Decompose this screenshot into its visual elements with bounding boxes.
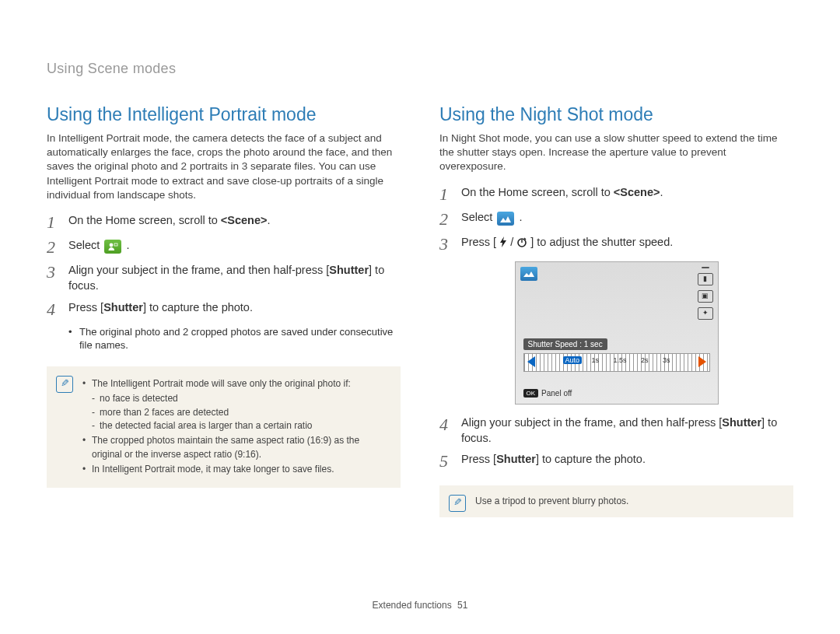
step-text: On the Home screen, scroll to	[68, 214, 221, 226]
left-step-2: 2 Select .	[47, 238, 401, 257]
step-number: 4	[439, 415, 461, 446]
flash-icon	[499, 236, 507, 252]
screen-mode-icon	[520, 267, 537, 281]
ruler-left-arrow-icon	[527, 356, 535, 367]
step-bold: <Scene>	[221, 214, 268, 226]
step-text: Align your subject in the frame, and the…	[68, 264, 329, 276]
battery-icon: ▮	[698, 273, 713, 285]
step-text: Press [	[461, 236, 496, 248]
camera-screen: ▮ ▣ ✦ Shutter Speed : 1 sec Auto 1s 1.5s…	[515, 261, 719, 405]
footer-page-number: 51	[457, 600, 467, 611]
step-number: 2	[439, 210, 461, 229]
step-number: 1	[439, 185, 461, 204]
stabilize-icon: ▣	[698, 290, 713, 303]
footer-section: Extended functions	[373, 600, 452, 611]
panel-off-label: OKPanel off	[523, 389, 572, 398]
step-bold: Shutter	[722, 416, 761, 429]
step-text: Select	[461, 211, 495, 223]
screen-status-icons: ▮ ▣ ✦	[698, 267, 713, 320]
right-heading: Using the Night Shot mode	[439, 104, 793, 125]
step-bold: <Scene>	[614, 186, 660, 198]
left-note-box: The Intelligent Portrait mode will save …	[47, 366, 401, 488]
step-text: Press [	[68, 301, 103, 313]
step-number: 3	[47, 263, 68, 293]
step-number: 3	[439, 235, 461, 254]
right-step-3: 3 Press [ / ] to adjust the shutter spee…	[439, 235, 793, 254]
step-number: 5	[439, 452, 461, 471]
ruler-val: 3s	[663, 356, 670, 364]
step-number: 4	[47, 300, 68, 319]
signal-bar-icon	[702, 267, 709, 268]
step-number: 2	[47, 238, 68, 257]
step-text: Align your subject in the frame, and the…	[461, 416, 722, 429]
step-number: 1	[47, 213, 68, 232]
left-column: Using the Intelligent Portrait mode In I…	[47, 104, 401, 517]
note-bullet: The Intelligent Portrait mode will save …	[82, 377, 390, 391]
right-column: Using the Night Shot mode In Night Shot …	[439, 104, 793, 517]
note-text: Use a tripod to prevent blurry photos.	[475, 495, 782, 508]
shutter-speed-ruler: Auto 1s 1.5s 2s 3s	[523, 353, 710, 372]
flash-off-icon: ✦	[698, 307, 713, 320]
step-text: Select	[68, 239, 103, 251]
right-note-box: Use a tripod to prevent blurry photos.	[439, 485, 793, 517]
left-step-3: 3 Align your subject in the frame, and t…	[47, 263, 401, 293]
timer-icon	[516, 236, 527, 252]
note-icon	[56, 376, 73, 393]
svg-rect-1	[114, 243, 117, 246]
step-bold: Shutter	[496, 453, 536, 465]
ruler-val: 1s	[591, 356, 599, 364]
note-sub: more than 2 faces are detected	[82, 406, 390, 419]
right-intro: In Night Shot mode, you can use a slow s…	[439, 131, 793, 174]
ok-badge: OK	[523, 389, 539, 398]
note-bullet: The cropped photos maintain the same asp…	[82, 434, 390, 461]
ruler-val: 2s	[641, 356, 649, 364]
left-heading: Using the Intelligent Portrait mode	[47, 104, 401, 125]
right-step-1: 1 On the Home screen, scroll to <Scene>.	[439, 185, 793, 204]
right-step-5: 5 Press [Shutter] to capture the photo.	[439, 452, 793, 471]
left-step-1: 1 On the Home screen, scroll to <Scene>.	[47, 213, 401, 232]
right-step-4: 4 Align your subject in the frame, and t…	[439, 415, 793, 446]
step-text: On the Home screen, scroll to	[461, 186, 614, 198]
note-icon	[449, 495, 466, 512]
ruler-val: 1.5s	[613, 356, 626, 364]
note-sub: the detected facial area is larger than …	[82, 419, 390, 433]
step-4-sub-bullet: The original photo and 2 cropped photos …	[68, 325, 401, 352]
left-intro: In Intelligent Portrait mode, the camera…	[47, 131, 401, 202]
ruler-val: Auto	[563, 356, 583, 364]
note-bullet: In Intelligent Portrait mode, it may tak…	[82, 463, 390, 476]
shutter-speed-label: Shutter Speed : 1 sec	[523, 338, 607, 350]
left-step-4: 4 Press [Shutter] to capture the photo.	[47, 300, 401, 319]
page-footer: Extended functions 51	[0, 600, 840, 611]
section-header: Using Scene modes	[47, 61, 176, 77]
night-mode-icon	[497, 212, 514, 226]
ruler-right-arrow-icon	[698, 356, 706, 367]
step-bold: Shutter	[329, 264, 369, 276]
note-sub: no face is detected	[82, 392, 390, 405]
right-step-2: 2 Select .	[439, 210, 793, 229]
portrait-mode-icon	[104, 240, 121, 254]
svg-point-0	[110, 243, 114, 247]
step-bold: Shutter	[103, 301, 143, 313]
step-text: Press [	[461, 453, 496, 465]
